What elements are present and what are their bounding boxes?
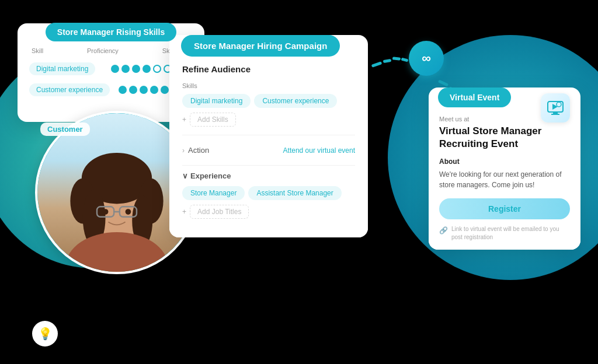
skill-tag-digital: Digital marketing <box>182 94 251 108</box>
action-text: Action <box>188 146 209 155</box>
skill-dots-digital <box>111 65 172 73</box>
dot <box>121 65 130 73</box>
add-plus: + <box>182 116 186 124</box>
add-titles-row[interactable]: + Add Job Titles <box>182 205 355 219</box>
connector-dash-2 <box>383 59 392 63</box>
dot <box>132 65 140 73</box>
svg-point-17 <box>557 102 561 107</box>
lightbulb-icon: 💡 <box>32 321 58 346</box>
dot <box>140 86 148 94</box>
virtual-event-card: Virtual Event Meet us at Virtual Store M… <box>429 88 580 250</box>
refine-audience-title: Refine Audience <box>182 64 355 74</box>
skill-name-digital: Digital marketing <box>29 62 95 75</box>
experience-section-toggle[interactable]: ∨ Experience <box>182 172 355 180</box>
dot <box>111 65 119 73</box>
svg-point-11 <box>103 209 109 215</box>
chevron-down-icon: ∨ <box>182 172 188 180</box>
dot <box>161 86 169 94</box>
add-plus-2: + <box>182 208 186 216</box>
action-row[interactable]: › Action Attend our virtual event <box>182 141 355 159</box>
chevron-right-icon: › <box>182 146 185 155</box>
virtual-event-badge: Virtual Event <box>438 88 511 107</box>
connector-dash-3 <box>392 57 401 60</box>
divider-1 <box>182 135 355 135</box>
experience-tags: Store Manager Assistant Store Manager <box>182 186 355 200</box>
skills-card-title: Store Manager Rising Skills <box>46 23 176 41</box>
about-label: About <box>439 158 570 166</box>
svg-point-13 <box>66 232 168 272</box>
hiring-card-body: Refine Audience Skills Digital marketing… <box>169 51 368 237</box>
skills-table-header: Skill Proficiency Skill trend <box>29 47 193 54</box>
experience-label: Experience <box>190 172 231 180</box>
dot <box>153 65 161 73</box>
skill-name-customer: Customer experience <box>29 83 110 96</box>
skill-row-digital: Digital marketing ↑ <box>29 62 193 75</box>
connector-dash-1 <box>371 61 383 68</box>
col-skill: Skill <box>32 47 43 54</box>
customer-label: Customer <box>40 123 90 136</box>
dot <box>142 65 151 73</box>
exp-tag-store-manager: Store Manager <box>182 186 245 200</box>
dot <box>150 86 158 94</box>
add-skills-box[interactable]: Add Skills <box>190 113 236 127</box>
exp-tag-assistant-manager: Assistant Store Manager <box>248 186 341 200</box>
skills-tags: Digital marketing Customer experience <box>182 94 355 108</box>
hiring-card-title: Store Manager Hiring Campaign <box>181 35 340 57</box>
event-title: Virtual Store Manager Recruiting Event <box>439 125 570 150</box>
dot <box>129 86 137 94</box>
skill-row-customer: Customer experience ↑ <box>29 83 193 96</box>
add-skills-row[interactable]: + Add Skills <box>182 113 355 127</box>
register-button[interactable]: Register <box>439 198 570 219</box>
event-icon <box>541 93 570 123</box>
divider-2 <box>182 165 355 166</box>
skill-tag-customer: Customer experience <box>254 94 337 108</box>
infinity-symbol: ∞ <box>422 51 431 66</box>
action-value: Attend our virtual event <box>283 146 355 155</box>
action-label: › Action <box>182 146 209 155</box>
svg-point-12 <box>126 209 131 215</box>
link-icon: 🔗 <box>439 226 448 236</box>
col-proficiency: Proficiency <box>87 47 119 54</box>
hiring-campaign-card: Store Manager Hiring Campaign Refine Aud… <box>169 35 368 237</box>
connector-dash-4 <box>401 58 409 62</box>
monitor-icon <box>547 99 564 117</box>
dot <box>119 86 127 94</box>
link-note: 🔗 Link to virtual event will be emailed … <box>439 225 570 242</box>
about-text: We're looking for our next generation of… <box>439 169 570 190</box>
infinity-logo-badge: ∞ <box>409 41 444 76</box>
lightbulb-symbol: 💡 <box>38 327 53 341</box>
add-titles-box[interactable]: Add Job Titles <box>190 205 249 219</box>
link-note-text: Link to virtual event will be emailed to… <box>451 225 570 242</box>
skills-label: Skills <box>182 82 355 89</box>
virtual-card-body: Meet us at Virtual Store Manager Recruit… <box>429 103 580 250</box>
